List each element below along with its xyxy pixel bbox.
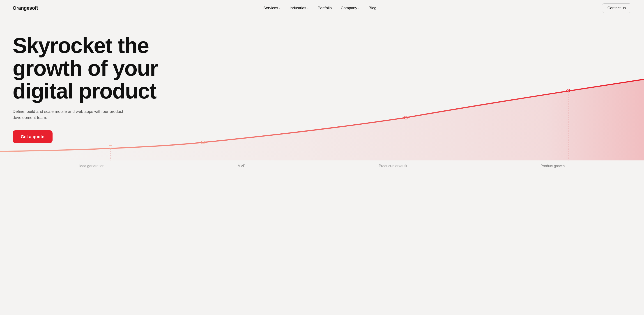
logo[interactable]: Orangesoft <box>13 5 38 11</box>
svg-point-4 <box>404 116 408 119</box>
nav-item-services[interactable]: Services ▾ <box>263 6 280 10</box>
svg-point-2 <box>201 141 204 144</box>
svg-point-6 <box>567 89 570 92</box>
hero-subtitle: Define, build and scale mobile and web a… <box>13 109 139 121</box>
nav-item-portfolio[interactable]: Portfolio <box>318 6 332 10</box>
stage-pmf: Product-market fit <box>379 164 407 168</box>
navbar: Orangesoft Services ▾ Industries ▾ Portf… <box>0 0 644 16</box>
chevron-down-icon: ▾ <box>307 7 309 10</box>
stage-growth: Product growth <box>540 164 565 168</box>
nav-links: Services ▾ Industries ▾ Portfolio Compan… <box>263 6 376 10</box>
svg-point-0 <box>109 145 112 148</box>
chevron-down-icon: ▾ <box>358 7 360 10</box>
stage-mvp: MVP <box>238 164 246 168</box>
contact-us-button[interactable]: Contact us <box>602 3 631 13</box>
nav-item-company[interactable]: Company ▾ <box>341 6 360 10</box>
nav-item-blog[interactable]: Blog <box>369 6 376 10</box>
chevron-down-icon: ▾ <box>279 7 280 10</box>
stage-idea: Idea generation <box>79 164 104 168</box>
hero-title: Skyrocket the growth of your digital pro… <box>13 34 188 102</box>
nav-item-industries[interactable]: Industries ▾ <box>290 6 309 10</box>
stage-labels: Idea generation MVP Product-market fit P… <box>0 160 644 170</box>
hero-section: Skyrocket the growth of your digital pro… <box>0 16 644 160</box>
get-quote-button[interactable]: Get a quote <box>13 130 52 143</box>
